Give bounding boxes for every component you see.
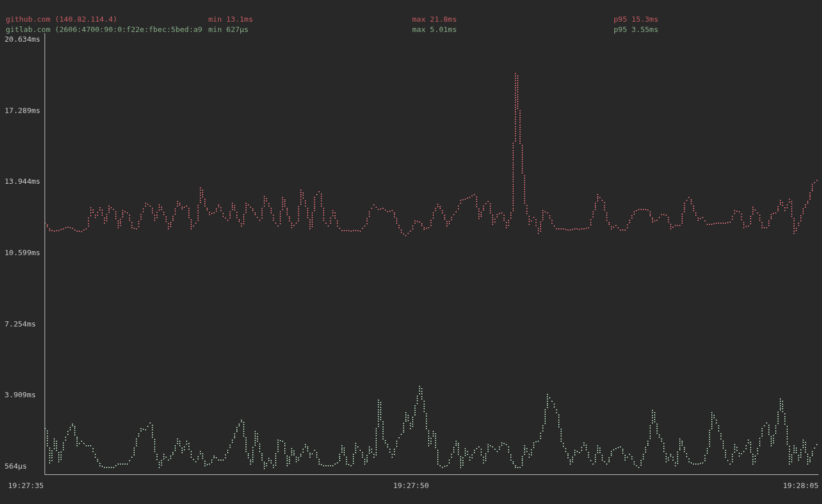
- y-axis-line: [45, 33, 45, 475]
- y-tick-label: 7.254ms: [5, 319, 36, 328]
- ping-chart-screen: { "colors": { "background": "#282828", "…: [0, 0, 822, 504]
- x-tick-label: 19:27:50: [393, 481, 429, 490]
- host-label: gitlab.com (2606:4700:90:0:f22e:fbec:5be…: [6, 25, 202, 35]
- x-tick-label: 19:27:35: [8, 481, 44, 490]
- x-axis-line: [45, 474, 819, 475]
- y-tick-label: 20.634ms: [5, 35, 41, 43]
- latency-chart-canvas: [0, 0, 822, 504]
- x-tick-label: 19:28:05: [783, 481, 819, 490]
- y-tick-label: 3.909ms: [5, 390, 36, 399]
- max-stat: max 5.01ms: [412, 25, 457, 35]
- y-tick-label: 10.599ms: [5, 248, 41, 257]
- max-stat: max 21.8ms: [412, 14, 457, 25]
- host-label: github.com (140.82.114.4): [6, 14, 118, 25]
- p95-stat: p95 3.55ms: [614, 25, 658, 35]
- y-tick-label: 17.289ms: [5, 106, 41, 114]
- min-stat: min 13.1ms: [208, 14, 253, 25]
- y-tick-label: 13.944ms: [5, 177, 41, 186]
- y-tick-label: 564µs: [5, 462, 27, 470]
- min-stat: min 627µs: [208, 25, 248, 35]
- p95-stat: p95 15.3ms: [614, 14, 658, 25]
